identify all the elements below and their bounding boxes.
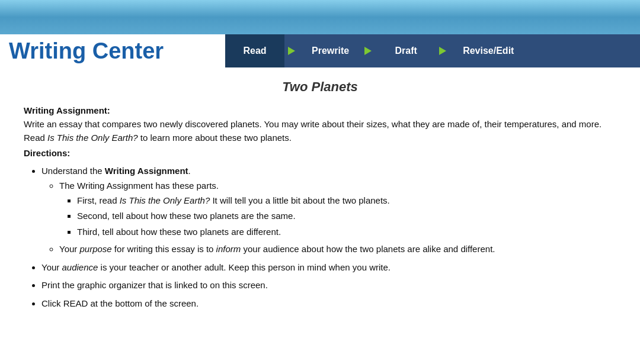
- tab-prewrite-label: Prewrite: [312, 46, 349, 56]
- main-bullet-list: Understand the Writing Assignment. The W…: [41, 164, 616, 311]
- tab-draft[interactable]: Draft: [376, 34, 436, 67]
- audience-italic: audience: [62, 262, 98, 272]
- header-row: Writing Center Read Prewrite Draft R: [0, 34, 640, 67]
- tab-prewrite[interactable]: Prewrite: [300, 34, 361, 67]
- app-title: Writing Center: [9, 38, 164, 64]
- book-title-2: Is This the Only Earth?: [120, 195, 210, 205]
- writing-assignment-body: Write an essay that compares two newly d…: [24, 118, 616, 144]
- arrow-icon-1: [284, 34, 300, 67]
- square-item-2: Second, tell about how these two planets…: [77, 209, 616, 224]
- arrow-icon-3: [436, 34, 451, 67]
- book-title: Is This the Only Earth?: [47, 133, 138, 143]
- arrow-icon-2: [361, 34, 376, 67]
- square-item-3: Third, tell about how these two planets …: [77, 225, 616, 240]
- square-list-1: First, read Is This the Only Earth? It w…: [77, 194, 616, 240]
- header-title-area: Writing Center: [0, 34, 225, 67]
- svg-marker-0: [288, 47, 295, 55]
- list-item-4: Click READ at the bottom of the screen.: [41, 297, 616, 311]
- square-item-1: First, read Is This the Only Earth? It w…: [77, 194, 616, 208]
- page-title: Two Planets: [24, 79, 616, 95]
- circle-list-1: The Writing Assignment has these parts. …: [59, 179, 616, 257]
- directions-label: Directions:: [24, 148, 616, 158]
- inform-italic: inform: [216, 244, 241, 254]
- tab-revise-edit[interactable]: Revise/Edit: [451, 34, 526, 67]
- svg-marker-2: [439, 47, 446, 55]
- writing-assignment-bold: Writing Assignment: [105, 166, 188, 176]
- circle-item-1: The Writing Assignment has these parts. …: [59, 179, 616, 240]
- nav-tabs: Read Prewrite Draft Revise/Edit: [225, 34, 640, 67]
- svg-marker-1: [364, 47, 372, 55]
- writing-assignment-label: Writing Assignment:: [24, 105, 616, 115]
- top-banner: [0, 0, 640, 34]
- tab-read-label: Read: [243, 46, 266, 56]
- list-item-3: Print the graphic organizer that is link…: [41, 278, 616, 293]
- list-item-1: Understand the Writing Assignment. The W…: [41, 164, 616, 257]
- content-area: Two Planets Writing Assignment: Write an…: [0, 67, 640, 333]
- circle-item-2: Your purpose for writing this essay is t…: [59, 242, 616, 257]
- tab-revise-edit-label: Revise/Edit: [463, 46, 514, 56]
- list-item-2: Your audience is your teacher or another…: [41, 260, 616, 275]
- tab-draft-label: Draft: [395, 46, 417, 56]
- tab-read[interactable]: Read: [225, 34, 284, 67]
- purpose-italic: purpose: [79, 244, 111, 254]
